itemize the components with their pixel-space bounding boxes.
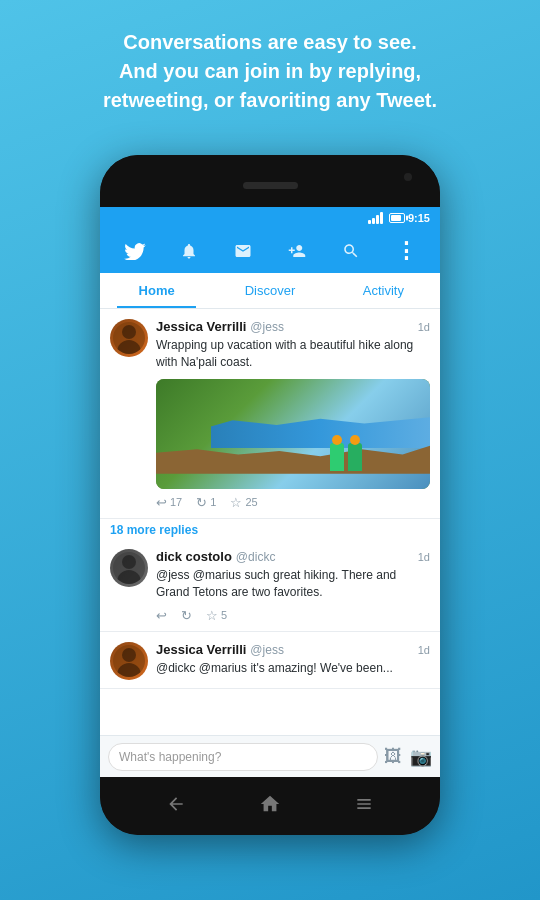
tweet-actions-2: ↩ ↻ ☆ 5 <box>156 608 430 623</box>
reply-icon-1: ↩ <box>156 495 167 510</box>
tweet-text-1: Wrapping up vacation with a beautiful hi… <box>156 337 430 372</box>
hiker-figures <box>330 443 362 471</box>
twitter-bird-icon[interactable] <box>117 233 153 269</box>
tweet-handle-1: @jess <box>250 320 284 334</box>
retweet-icon-2: ↻ <box>181 608 192 623</box>
signal-bar-3 <box>376 215 379 224</box>
retweet-action-2[interactable]: ↻ <box>181 608 192 623</box>
more-replies-link[interactable]: 18 more replies <box>100 519 440 539</box>
star-icon-2: ☆ <box>206 608 218 623</box>
avatar-jessica2[interactable] <box>110 642 148 680</box>
avatar-dick[interactable] <box>110 549 148 587</box>
favorite-action-2[interactable]: ☆ 5 <box>206 608 227 623</box>
tweet-item: Jessica Verrilli @jess 1d Wrapping up va… <box>100 309 440 519</box>
signal-bar-2 <box>372 218 375 224</box>
tweet-time-2: 1d <box>418 551 430 563</box>
hiker-1 <box>330 443 344 471</box>
phone-top-bezel <box>100 155 440 207</box>
tweet-handle-3: @jess <box>250 643 284 657</box>
tab-discover[interactable]: Discover <box>213 273 326 308</box>
phone-bottom-bezel <box>100 777 440 835</box>
favorite-action-1[interactable]: ☆ 25 <box>230 495 257 510</box>
tweet-item-2: dick costolo @dickc 1d @jess @marius suc… <box>100 539 440 632</box>
retweet-action-1[interactable]: ↻ 1 <box>196 495 216 510</box>
tweet-text-3: @dickc @marius it's amazing! We've been.… <box>156 660 430 677</box>
tweet-time-1: 1d <box>418 321 430 333</box>
tweet-text-2: @jess @marius such great hiking. There a… <box>156 567 430 602</box>
search-icon[interactable] <box>333 233 369 269</box>
tweet-list: Jessica Verrilli @jess 1d Wrapping up va… <box>100 309 440 735</box>
tweet-name-1: Jessica Verrilli <box>156 319 246 334</box>
phone-speaker <box>243 182 298 189</box>
phone-camera <box>404 173 412 181</box>
star-icon-1: ☆ <box>230 495 242 510</box>
compose-bar: What's happening? 🖼 📷 <box>100 735 440 777</box>
signal-bar-4 <box>380 212 383 224</box>
status-icons: 9:15 <box>368 212 430 224</box>
status-time: 9:15 <box>408 212 430 224</box>
back-button[interactable] <box>166 794 186 819</box>
status-bar: 9:15 <box>100 207 440 229</box>
compose-placeholder: What's happening? <box>119 750 221 764</box>
home-button[interactable] <box>259 793 281 820</box>
tweet-body-2: dick costolo @dickc 1d @jess @marius suc… <box>156 549 430 623</box>
hiker-2 <box>348 443 362 471</box>
tweet-handle-2: @dickc <box>236 550 276 564</box>
tweet-header-2: dick costolo @dickc 1d <box>156 549 430 564</box>
tweet-name-3: Jessica Verrilli <box>156 642 246 657</box>
retweet-icon-1: ↻ <box>196 495 207 510</box>
tweet-header-3: Jessica Verrilli @jess 1d <box>156 642 430 657</box>
ocean-bg <box>211 417 430 448</box>
follow-icon[interactable] <box>279 233 315 269</box>
tweet-actions-1: ↩ 17 ↻ 1 ☆ 25 <box>156 495 430 510</box>
reply-action-1[interactable]: ↩ 17 <box>156 495 182 510</box>
notifications-icon[interactable] <box>171 233 207 269</box>
more-menu-icon[interactable]: ⋮ <box>387 233 423 269</box>
camera-icon[interactable]: 📷 <box>410 746 432 768</box>
tweet-header-1: Jessica Verrilli @jess 1d <box>156 319 430 334</box>
tweet-body-3: Jessica Verrilli @jess 1d @dickc @marius… <box>156 642 430 680</box>
tweet-item-3: Jessica Verrilli @jess 1d @dickc @marius… <box>100 632 440 689</box>
battery-fill <box>391 215 401 221</box>
recents-button[interactable] <box>354 794 374 819</box>
phone-screen: 9:15 <box>100 207 440 777</box>
tweet-time-3: 1d <box>418 644 430 656</box>
tweet-name-2: dick costolo <box>156 549 232 564</box>
tab-activity[interactable]: Activity <box>327 273 440 308</box>
tweet-image-1 <box>156 379 430 489</box>
signal-bar-1 <box>368 220 371 224</box>
tabs-bar: Home Discover Activity <box>100 273 440 309</box>
image-picker-icon[interactable]: 🖼 <box>384 746 402 768</box>
twitter-nav-bar: ⋮ <box>100 229 440 273</box>
signal-bars <box>368 212 383 224</box>
reply-icon-2: ↩ <box>156 608 167 623</box>
phone-shell: 9:15 <box>100 155 440 835</box>
tweet-image-landscape <box>156 379 430 489</box>
header-text: Conversations are easy to see.And you ca… <box>0 0 540 135</box>
battery-icon <box>389 213 405 223</box>
compose-input[interactable]: What's happening? <box>108 743 378 771</box>
messages-icon[interactable] <box>225 233 261 269</box>
tab-home[interactable]: Home <box>100 273 213 308</box>
reply-action-2[interactable]: ↩ <box>156 608 167 623</box>
tweet-body-1: Jessica Verrilli @jess 1d Wrapping up va… <box>156 319 430 510</box>
compose-actions: 🖼 📷 <box>384 746 432 768</box>
avatar-jessica[interactable] <box>110 319 148 357</box>
